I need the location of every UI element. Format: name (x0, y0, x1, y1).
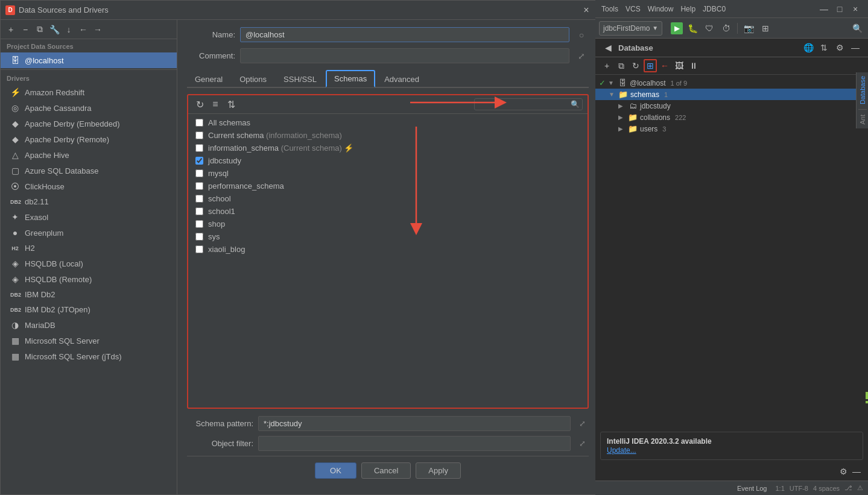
comment-expand-btn[interactable]: ⤢ (574, 49, 589, 63)
sidebar-item-ibm-db2-jtopen[interactable]: DB2 IBM Db2 (JTOpen) (1, 302, 177, 317)
db-minimize-button[interactable]: — (849, 41, 862, 54)
ide-menu-tools[interactable]: Tools (601, 5, 618, 13)
notification-link[interactable]: Update... (607, 446, 636, 455)
schema-item-shop[interactable]: shop (188, 218, 588, 230)
schema-item-performance-schema[interactable]: performance_schema (188, 180, 588, 192)
name-input[interactable] (240, 27, 569, 42)
layout-button[interactable]: ⊞ (758, 21, 773, 36)
tab-options[interactable]: Options (232, 71, 274, 87)
db-add-button[interactable]: + (600, 59, 613, 72)
tab-ssh-ssl[interactable]: SSH/SSL (276, 71, 325, 87)
run-button[interactable]: ▶ (671, 22, 683, 34)
schema-item-current-schema[interactable]: Current schema (information_schema) (188, 129, 588, 142)
cancel-button[interactable]: Cancel (361, 462, 411, 479)
db-globe-button[interactable]: 🌐 (802, 41, 815, 54)
schema-item-school1[interactable]: school1 (188, 205, 588, 218)
wrench-button[interactable]: 🔧 (48, 23, 61, 36)
object-filter-expand-btn[interactable]: ⤢ (575, 437, 589, 450)
schema-item-xiaoli-blog[interactable]: xiaoli_blog (188, 243, 588, 256)
db-image-button[interactable]: 🖼 (673, 59, 686, 72)
schemas-refresh-button[interactable]: ↻ (193, 98, 206, 111)
db-panel-collapse-button[interactable]: ◀ (601, 41, 615, 54)
tree-item-collations[interactable]: ▶ 📁 collations 222 (595, 112, 868, 123)
ide-project-dropdown[interactable]: jdbcFirstDemo ▼ (599, 21, 662, 36)
ide-side-tab-ant[interactable]: Ant (859, 115, 866, 125)
schema-checkbox-xiaoli-blog[interactable] (195, 245, 203, 253)
schema-checkbox-all-schemas[interactable] (195, 119, 203, 127)
apply-button[interactable]: Apply (416, 462, 461, 479)
name-field-icon-btn[interactable]: ○ (574, 28, 589, 42)
sidebar-item-apache-derby-remote[interactable]: ◆ Apache Derby (Remote) (1, 131, 177, 147)
ide-menu-jdbc0[interactable]: JDBC0 (703, 5, 726, 13)
dialog-close-button[interactable]: × (579, 3, 594, 17)
sidebar-item-h2[interactable]: H2 H2 (1, 241, 177, 256)
bottom-settings-button[interactable]: ⚙ (837, 465, 850, 478)
search-everywhere-button[interactable]: 🔍 (850, 21, 864, 36)
sidebar-item-exasol[interactable]: ✦ Exasol (1, 209, 177, 225)
schema-checkbox-performance-schema[interactable] (195, 182, 203, 190)
event-log-button[interactable]: Event Log (733, 485, 771, 492)
add-datasource-button[interactable]: + (4, 23, 17, 36)
schema-item-school[interactable]: school (188, 192, 588, 205)
ok-button[interactable]: OK (315, 462, 356, 479)
schema-checkbox-school1[interactable] (195, 207, 203, 215)
sidebar-item-azure-sql[interactable]: ▢ Azure SQL Database (1, 163, 177, 178)
schema-checkbox-mysql[interactable] (195, 169, 203, 177)
sidebar-item-apache-derby-embedded[interactable]: ◆ Apache Derby (Embedded) (1, 116, 177, 131)
sidebar-item-apache-cassandra[interactable]: ◎ Apache Cassandra (1, 100, 177, 116)
ide-menu-vcs[interactable]: VCS (626, 5, 641, 13)
bottom-minimize-button[interactable]: — (850, 465, 863, 478)
camera-button[interactable]: 📷 (741, 21, 756, 36)
ide-side-tab-database[interactable]: Database (859, 76, 866, 104)
db-transfer-button[interactable]: ⇅ (817, 41, 831, 54)
tree-item-schemas[interactable]: ▼ 📁 schemas 1 (595, 89, 868, 100)
tree-item-users[interactable]: ▶ 📁 users 3 (595, 123, 868, 134)
ide-menu-window[interactable]: Window (648, 5, 674, 13)
remove-datasource-button[interactable]: − (19, 23, 32, 36)
tab-schemas[interactable]: Schemas (326, 70, 375, 87)
db-refresh-button[interactable]: ↻ (629, 59, 642, 72)
forward-button[interactable]: → (91, 23, 104, 36)
schema-item-mysql[interactable]: mysql (188, 167, 588, 180)
schemas-filter-button[interactable]: ⇅ (224, 98, 238, 111)
copy-datasource-button[interactable]: ⧉ (33, 23, 46, 36)
coverage-button[interactable]: 🛡 (702, 21, 717, 36)
db-arrow-button[interactable]: ← (658, 59, 671, 72)
tab-advanced[interactable]: Advanced (376, 71, 427, 87)
schema-checkbox-shop[interactable] (195, 220, 203, 228)
schema-checkbox-current-schema[interactable] (195, 131, 203, 139)
ide-maximize-button[interactable]: □ (833, 2, 846, 16)
schema-item-sys[interactable]: sys (188, 230, 588, 243)
back-button[interactable]: ← (77, 23, 90, 36)
sidebar-item-hsqldb-local[interactable]: ◈ HSQLDB (Local) (1, 256, 177, 271)
schema-item-jdbcstudy[interactable]: jdbcstudy (188, 154, 588, 167)
comment-input[interactable] (240, 48, 569, 63)
db-copy-button[interactable]: ⧉ (615, 59, 628, 72)
sidebar-item-apache-hive[interactable]: △ Apache Hive (1, 147, 177, 163)
profile-button[interactable]: ⏱ (719, 21, 733, 36)
sidebar-item-mariadb[interactable]: ◑ MariaDB (1, 317, 177, 333)
sidebar-item-amazon-redshift[interactable]: ⚡ Amazon Redshift (1, 84, 177, 100)
sidebar-item-mssql[interactable]: ▦ Microsoft SQL Server (1, 333, 177, 348)
db-settings-button[interactable]: ⚙ (833, 41, 846, 54)
schema-checkbox-sys[interactable] (195, 233, 203, 241)
sidebar-item-localhost[interactable]: 🗄 @localhost (1, 52, 177, 68)
sidebar-item-clickhouse[interactable]: ⦿ ClickHouse (1, 178, 177, 194)
object-filter-input[interactable] (258, 436, 571, 451)
schema-checkbox-jdbcstudy[interactable] (195, 157, 203, 165)
tree-item-jdbcstudy[interactable]: ▶ 🗂 jdbcstudy (595, 100, 868, 112)
import-button[interactable]: ↓ (62, 23, 75, 36)
schema-pattern-input[interactable] (258, 416, 571, 431)
schemas-search-input[interactable] (474, 98, 583, 110)
ide-menu-help[interactable]: Help (680, 5, 695, 13)
db-schemas-button[interactable]: ⊞ (644, 59, 657, 72)
schema-item-information-schema[interactable]: information_schema (Current schema) ⚡ (188, 142, 588, 154)
db-filter-button[interactable]: ⏸ (687, 59, 700, 72)
schemas-sort-button[interactable]: ≡ (209, 98, 222, 111)
sidebar-item-mssql-jtds[interactable]: ▦ Microsoft SQL Server (jTds) (1, 348, 177, 364)
sidebar-item-db2[interactable]: DB2 db2.11 (1, 194, 177, 209)
schema-checkbox-information-schema[interactable] (195, 144, 203, 152)
tab-general[interactable]: General (187, 71, 230, 87)
sidebar-item-ibm-db2[interactable]: DB2 IBM Db2 (1, 287, 177, 302)
ide-minimize-button[interactable]: — (817, 2, 831, 16)
